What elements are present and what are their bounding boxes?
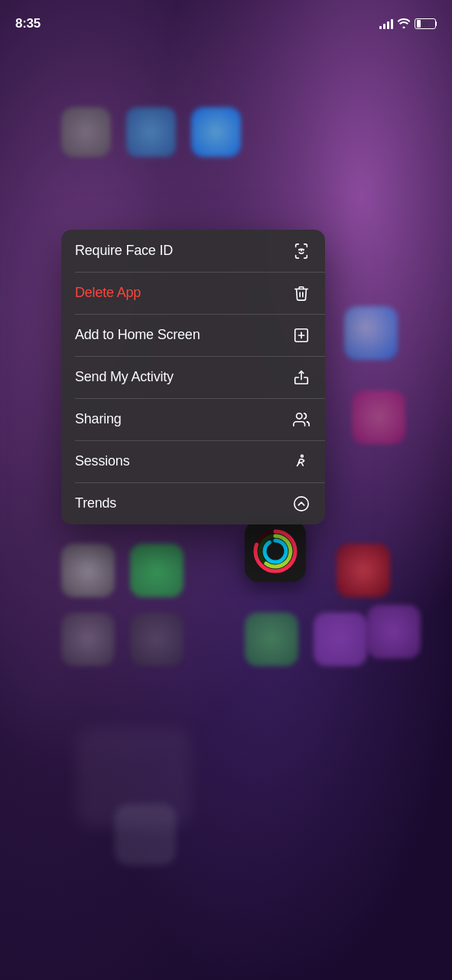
- face-id-icon: [291, 241, 311, 261]
- signal-icon: [379, 18, 393, 29]
- activity-app-icon[interactable]: [245, 521, 306, 582]
- svg-point-7: [301, 455, 304, 457]
- menu-label-sharing: Sharing: [75, 411, 122, 427]
- menu-item-delete-app[interactable]: Delete App: [61, 272, 325, 314]
- running-icon: [291, 452, 311, 472]
- context-menu: Require Face ID Delete App Add to: [61, 230, 325, 524]
- menu-label-delete-app: Delete App: [75, 285, 141, 301]
- sharing-icon: [291, 410, 311, 430]
- share-icon: [291, 368, 311, 387]
- svg-point-8: [294, 496, 308, 510]
- menu-item-require-face-id[interactable]: Require Face ID: [61, 230, 325, 272]
- wifi-icon: [398, 18, 410, 31]
- plus-square-icon: [291, 325, 311, 345]
- status-icons: 22: [379, 18, 437, 31]
- chevron-up-circle-icon: [291, 494, 311, 514]
- menu-item-sharing[interactable]: Sharing: [61, 398, 325, 440]
- activity-rings-svg: [252, 528, 298, 574]
- menu-label-require-face-id: Require Face ID: [75, 243, 173, 259]
- menu-item-add-to-home-screen[interactable]: Add to Home Screen: [61, 314, 325, 356]
- status-bar: 8:35 22: [0, 0, 452, 38]
- menu-label-add-to-home-screen: Add to Home Screen: [75, 327, 200, 343]
- svg-point-1: [303, 249, 304, 250]
- status-time: 8:35: [15, 16, 41, 31]
- menu-label-sessions: Sessions: [75, 453, 129, 469]
- svg-point-0: [299, 249, 300, 250]
- menu-item-trends[interactable]: Trends: [61, 482, 325, 524]
- battery-icon: 22: [415, 18, 437, 29]
- menu-label-send-my-activity: Send My Activity: [75, 369, 174, 385]
- svg-point-6: [297, 413, 302, 418]
- menu-item-sessions[interactable]: Sessions: [61, 440, 325, 482]
- menu-label-trends: Trends: [75, 495, 116, 511]
- svg-point-14: [265, 541, 286, 562]
- trash-icon: [291, 283, 311, 303]
- menu-item-send-my-activity[interactable]: Send My Activity: [61, 356, 325, 398]
